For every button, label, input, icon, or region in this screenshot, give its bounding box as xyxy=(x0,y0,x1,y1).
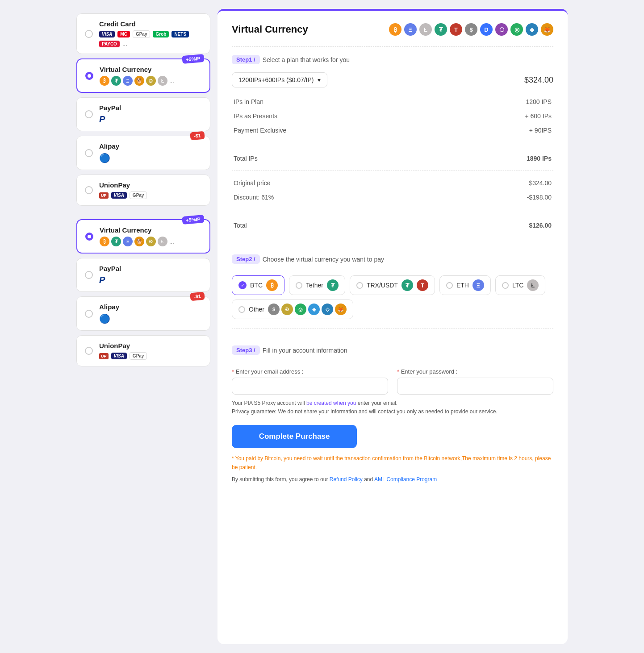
password-label: * Enter your password : xyxy=(397,368,553,375)
ltc-radio[interactable] xyxy=(502,282,509,289)
payment-exclusive-value: + 90IPS xyxy=(441,123,553,137)
tether-radio[interactable] xyxy=(296,282,302,289)
header-d-icon: D xyxy=(480,23,493,36)
doge-icon-bot: Ð xyxy=(146,237,156,246)
radio-alipay-top[interactable] xyxy=(85,149,93,157)
paypal-logo-bot: P xyxy=(99,275,202,285)
other-icon5: ◇ xyxy=(322,304,333,315)
email-input[interactable] xyxy=(232,378,388,395)
table-row-payment-exclusive: Payment Exclusive + 90IPS xyxy=(232,123,553,137)
payco-logo: PAYCO xyxy=(99,41,120,47)
payment-card-virtual-bot[interactable]: +5%IP Virtual Currency ₿ ₮ Ξ 🐕 Ð Ł ... xyxy=(76,219,210,254)
currency-btc[interactable]: ✓ BTC ₿ xyxy=(232,275,284,295)
payment-card-paypal-top[interactable]: PayPal P xyxy=(76,97,210,131)
card-name-credit: Credit Card xyxy=(99,20,202,28)
payment-card-virtual-top[interactable]: +5%IP Virtual Currency ₿ ₮ Ξ 🐕 Ð Ł ... xyxy=(76,58,210,93)
radio-virtual-bot[interactable] xyxy=(85,233,93,241)
plan-value: 1200IPs+600IPs ($0.07/IP) xyxy=(238,76,314,83)
sidebar: Credit Card VISA MC GPay Grob NETS PAYCO… xyxy=(76,9,210,644)
other-radio[interactable] xyxy=(238,306,245,313)
payment-card-paypal-bot[interactable]: PayPal P xyxy=(76,258,210,292)
price-table: Original price $324.00 Discount: 61% -$1… xyxy=(232,176,553,204)
aml-link[interactable]: AML Compliance Program xyxy=(374,476,437,482)
payment-exclusive-label: Payment Exclusive xyxy=(232,123,441,137)
eth-icon: Ξ xyxy=(123,76,133,86)
usdt-icon-bot: ₮ xyxy=(111,237,121,246)
step3-badge: Step3 / xyxy=(232,345,260,355)
eth-radio[interactable] xyxy=(446,282,453,289)
password-req-star: * xyxy=(397,368,399,375)
total-ips-value: 1890 IPs xyxy=(389,149,553,165)
plan-price: $324.00 xyxy=(524,75,553,85)
card-logos-credit: VISA MC GPay Grob NETS PAYCO ... xyxy=(99,30,202,47)
radio-credit[interactable] xyxy=(85,30,93,38)
footer-and: and xyxy=(364,476,374,482)
main-content: Virtual Currency ₿ Ξ Ł ₮ T $ D ⬡ ◎ ◈ 🦊 S… xyxy=(217,9,568,644)
payment-card-credit[interactable]: Credit Card VISA MC GPay Grob NETS PAYCO… xyxy=(76,13,210,54)
ips-in-plan-value: 1200 IPS xyxy=(441,95,553,109)
payment-card-alipay-top[interactable]: -$1 Alipay 🔵 xyxy=(76,136,210,170)
other-icon4: ◈ xyxy=(308,304,320,315)
plan-dropdown[interactable]: 1200IPs+600IPs ($0.07/IP) ▾ xyxy=(232,72,327,87)
currency-ltc[interactable]: LTC Ł xyxy=(495,275,545,295)
trx-coin-icon: ₮ xyxy=(401,279,413,291)
payment-card-union-top[interactable]: UnionPay UP VISA GPay xyxy=(76,175,210,206)
btc-icon-bot: ₿ xyxy=(100,237,109,246)
payment-card-union-bot[interactable]: UnionPay UP VISA GPay xyxy=(76,335,210,366)
crypto-more: ... xyxy=(169,78,174,84)
step2-badge: Step2 / xyxy=(232,254,260,264)
radio-paypal-bot[interactable] xyxy=(85,271,93,279)
original-price-value: $324.00 xyxy=(427,176,553,190)
table-row-ips-in-plan: IPs in Plan 1200 IPS xyxy=(232,95,553,109)
union-gpay-logo: GPay xyxy=(130,191,147,199)
badge-alipay-top: -$1 xyxy=(190,131,205,141)
total-value: $126.00 xyxy=(357,216,553,232)
password-group: * Enter your password : xyxy=(397,368,553,395)
trxusdt-radio[interactable] xyxy=(356,282,363,289)
total-table: Total $126.00 xyxy=(232,216,553,232)
payment-card-alipay-bot[interactable]: -$1 Alipay 🔵 xyxy=(76,296,210,331)
ips-presents-label: IPs as Presents xyxy=(232,109,441,123)
email-group: * Enter your email address : xyxy=(232,368,388,395)
gpay-logo: GPay xyxy=(133,30,151,38)
note-line1: Your PIA S5 Proxy account will be create… xyxy=(232,400,397,406)
total-ips-table: Total IPs 1890 IPs xyxy=(232,149,553,165)
step2-label: Step2 / Choose the virtual currency you … xyxy=(232,254,384,264)
form-row: * Enter your email address : * Enter you… xyxy=(232,368,553,395)
header-shib-icon: $ xyxy=(465,23,477,36)
card-info-paypal-top: PayPal P xyxy=(99,104,202,125)
password-input[interactable] xyxy=(397,378,553,395)
card-info-credit: Credit Card VISA MC GPay Grob NETS PAYCO… xyxy=(99,20,202,47)
step1-badge: Step1 / xyxy=(232,55,260,64)
payment-note: * You paid by Bitcoin, you need to wait … xyxy=(232,454,553,471)
btc-check-icon: ✓ xyxy=(238,281,247,289)
union-gpay-bot: GPay xyxy=(130,352,147,360)
ltc-coin-icon: Ł xyxy=(527,279,539,291)
eth-label: ETH xyxy=(456,282,469,289)
radio-paypal-top[interactable] xyxy=(85,110,93,118)
divider-top xyxy=(232,46,553,47)
currency-trxusdt[interactable]: TRX/USDT ₮ T xyxy=(350,275,435,295)
header-fox-icon: 🦊 xyxy=(541,23,553,36)
ltc-label: LTC xyxy=(512,282,523,289)
step3-desc: Fill in your account information xyxy=(263,347,347,354)
crypto-icons-top: ₿ ₮ Ξ 🐕 Ð Ł ... xyxy=(100,76,201,86)
complete-purchase-button[interactable]: Complete Purchase xyxy=(232,425,357,448)
radio-alipay-bot[interactable] xyxy=(85,310,93,318)
currency-eth[interactable]: ETH Ξ xyxy=(439,275,491,295)
currency-other[interactable]: Other $ Ð ◎ ◈ ◇ 🦊 xyxy=(232,299,353,319)
other-icons: $ Ð ◎ ◈ ◇ 🦊 xyxy=(268,304,347,315)
card-name-alipay-top: Alipay xyxy=(99,142,202,150)
badge-virtual-bot: +5%IP xyxy=(182,215,205,225)
shib-icon: 🐕 xyxy=(134,76,144,86)
currency-tether[interactable]: Tether ₮ xyxy=(289,275,345,295)
footer-links: By submitting this form, you agree to ou… xyxy=(232,476,553,482)
radio-union-top[interactable] xyxy=(85,186,93,194)
radio-virtual-top[interactable] xyxy=(85,72,93,80)
total-row: Total $126.00 xyxy=(232,216,553,232)
card-name-union-top: UnionPay xyxy=(99,181,202,189)
mc-logo: MC xyxy=(117,31,130,37)
header-trx-icon: T xyxy=(450,23,462,36)
radio-union-bot[interactable] xyxy=(85,347,93,355)
refund-policy-link[interactable]: Refund Policy xyxy=(330,476,363,482)
